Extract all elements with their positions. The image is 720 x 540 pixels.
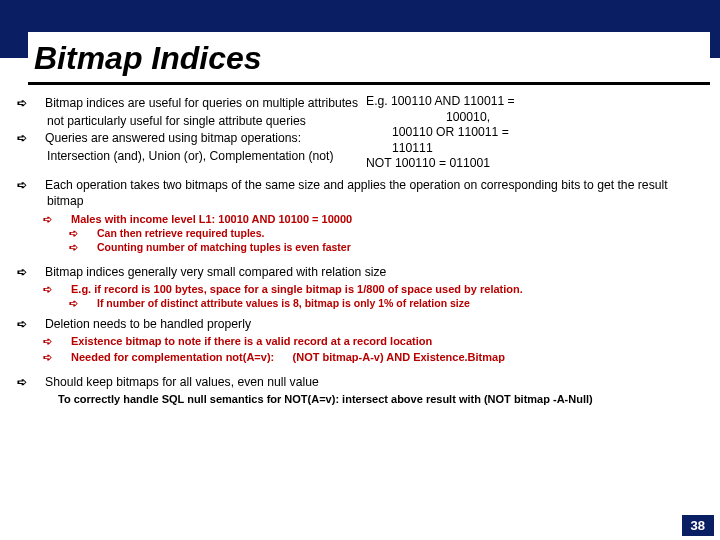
overlay-line: 100010, xyxy=(446,110,490,124)
bullet: ➪Each operation takes two bitmaps of the… xyxy=(32,178,702,209)
arrow-icon: ➪ xyxy=(32,317,45,333)
bullet-text: E.g. if record is 100 bytes, space for a… xyxy=(71,283,523,295)
slide-content: E.g. 100110 AND 110011 = 100010, 100110 … xyxy=(32,94,702,406)
bullet-text: Bitmap indices are useful for queries on… xyxy=(45,96,358,110)
bullet-text: If number of distinct attribute values i… xyxy=(97,297,470,309)
sub-bullet: ➪E.g. if record is 100 bytes, space for … xyxy=(58,282,702,296)
arrow-icon: ➪ xyxy=(32,131,45,147)
bullet: ➪Bitmap indices generally very small com… xyxy=(32,265,702,281)
bullet-text: Existence bitmap to note if there is a v… xyxy=(71,335,432,347)
sub-bullet: To correctly handle SQL null semantics f… xyxy=(58,392,702,406)
overlay-line: 100110 OR 110011 = xyxy=(392,125,509,139)
arrow-icon: ➪ xyxy=(58,350,71,364)
title-box: Bitmap Indices xyxy=(28,32,710,83)
arrow-icon: ➪ xyxy=(58,282,71,296)
bullet-text: Counting number of matching tuples is ev… xyxy=(97,241,351,253)
bullet-text: Deletion needs to be handled properly xyxy=(45,317,251,331)
sub-sub-bullet: ➪Counting number of matching tuples is e… xyxy=(84,241,702,254)
sub-sub-bullet: ➪Can then retrieve required tuples. xyxy=(84,227,702,240)
bullet-text: not particularly useful for single attri… xyxy=(47,114,306,128)
title-underline xyxy=(28,82,710,85)
overlay-line: 110111 xyxy=(392,141,433,155)
bullet-text: Males with income level L1: 10010 AND 10… xyxy=(71,213,352,225)
sub-sub-bullet: ➪If number of distinct attribute values … xyxy=(84,297,702,310)
bullet-text: Each operation takes two bitmaps of the … xyxy=(45,178,668,208)
sub-bullet: ➪Existence bitmap to note if there is a … xyxy=(58,334,702,348)
arrow-icon: ➪ xyxy=(32,178,45,194)
bullet-text: Should keep bitmaps for all values, even… xyxy=(45,375,319,389)
arrow-icon: ➪ xyxy=(84,227,97,240)
bullet-text: Bitmap indices generally very small comp… xyxy=(45,265,386,279)
bullet-text: Needed for complementation not(A=v): xyxy=(71,351,274,363)
arrow-icon: ➪ xyxy=(32,265,45,281)
arrow-icon: ➪ xyxy=(84,297,97,310)
arrow-icon: ➪ xyxy=(32,375,45,391)
bullet-text: Queries are answered using bitmap operat… xyxy=(45,131,301,145)
arrow-icon: ➪ xyxy=(32,96,45,112)
example-overlay: E.g. 100110 AND 110011 = 100010, 100110 … xyxy=(366,94,538,172)
arrow-icon: ➪ xyxy=(58,334,71,348)
arrow-icon: ➪ xyxy=(58,212,71,226)
bullet-text: (NOT bitmap-A-v) AND Existence.Bitmap xyxy=(293,351,505,363)
sub-bullet: ➪Males with income level L1: 10010 AND 1… xyxy=(58,212,702,226)
overlay-line: NOT 100110 = 011001 xyxy=(366,156,490,170)
arrow-icon: ➪ xyxy=(84,241,97,254)
bullet-text: Intersection (and), Union (or), Compleme… xyxy=(47,149,334,163)
bullet-text: To correctly handle SQL null semantics f… xyxy=(58,393,593,405)
slide-title: Bitmap Indices xyxy=(34,40,704,77)
bullet: ➪Should keep bitmaps for all values, eve… xyxy=(32,375,702,391)
bullet-text: Can then retrieve required tuples. xyxy=(97,227,264,239)
sub-bullet: ➪Needed for complementation not(A=v): (N… xyxy=(58,350,702,364)
overlay-line: E.g. 100110 AND 110011 = xyxy=(366,94,515,108)
bullet: ➪Deletion needs to be handled properly xyxy=(32,317,702,333)
page-number: 38 xyxy=(682,515,714,536)
